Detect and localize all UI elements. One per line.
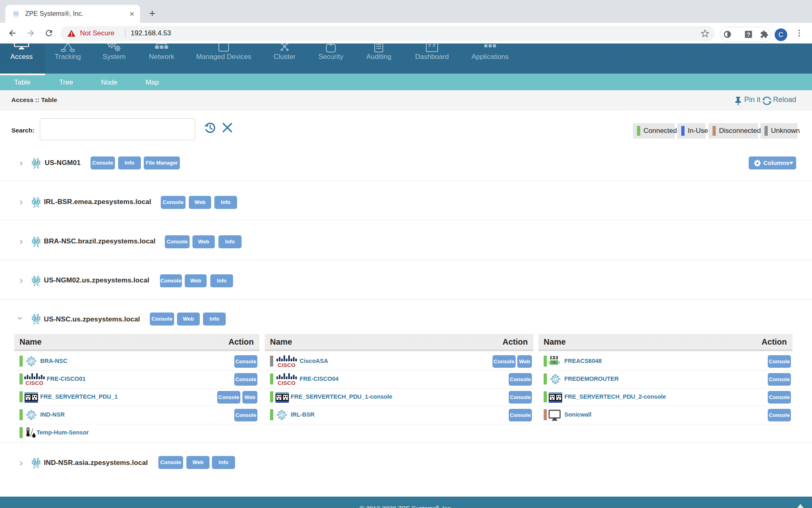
svg-text:?: ? (747, 31, 750, 38)
